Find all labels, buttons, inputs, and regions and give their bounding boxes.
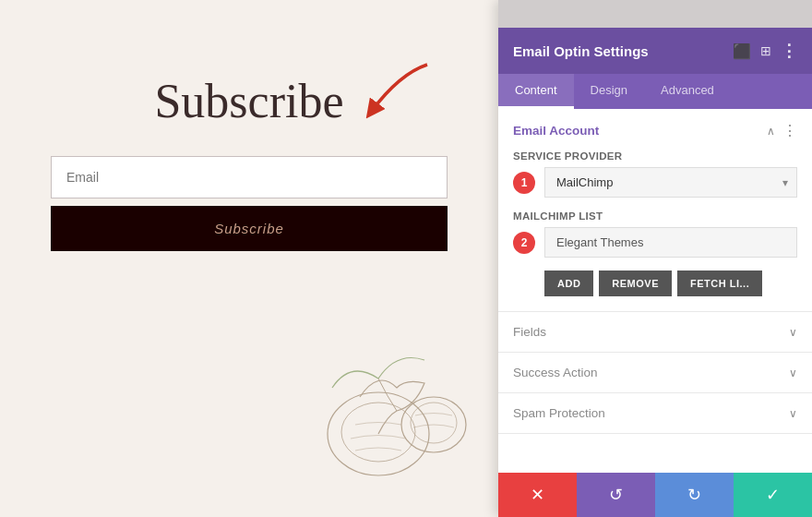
save-button[interactable]: ✓ (734, 473, 812, 517)
settings-header: Email Optin Settings ⬛ ⊞ ⋮ (498, 28, 812, 74)
section-spam-protection-header[interactable]: Spam Protection ∨ (498, 393, 812, 433)
svg-point-4 (411, 403, 457, 443)
section-spam-protection: Spam Protection ∨ (498, 393, 812, 434)
mailchimp-list-row: 2 (513, 227, 797, 258)
tab-advanced[interactable]: Advanced (644, 74, 731, 109)
section-spam-protection-title: Spam Protection (513, 406, 605, 420)
bottom-toolbar: ✕ ↺ ↻ ✓ (498, 473, 812, 517)
content-area: Email Account ∧ ⋮ Service Provider 1 Mai… (498, 109, 812, 473)
more-menu-icon[interactable]: ⋮ (781, 41, 797, 61)
columns-icon[interactable]: ⊞ (760, 43, 771, 58)
right-panel: Email Optin Settings ⬛ ⊞ ⋮ Content Desig… (498, 0, 812, 517)
service-provider-label: Service Provider (513, 150, 797, 162)
chevron-up-icon: ∧ (767, 125, 775, 138)
settings-title: Email Optin Settings (513, 43, 649, 59)
chevron-down-icon-fields: ∨ (789, 326, 797, 339)
subscribe-button[interactable]: Subscribe (51, 206, 448, 251)
add-button[interactable]: ADD (544, 271, 593, 296)
chevron-down-icon-spam: ∨ (789, 407, 797, 420)
subscribe-title: Subscribe (154, 74, 343, 128)
chevron-down-icon-success: ∨ (789, 367, 797, 379)
section-fields-header[interactable]: Fields ∨ (498, 312, 812, 352)
section-success-action: Success Action ∨ (498, 353, 812, 393)
tab-design[interactable]: Design (574, 74, 644, 109)
service-provider-select-wrapper: MailChimp ▾ (544, 167, 797, 198)
section-success-action-header[interactable]: Success Action ∨ (498, 353, 812, 392)
mailchimp-list-input[interactable] (544, 227, 797, 258)
action-buttons-row: ADD REMOVE FETCH LI... (513, 271, 797, 296)
svg-point-2 (341, 403, 415, 462)
header-icons: ⬛ ⊞ ⋮ (733, 41, 797, 61)
settings-panel: Email Optin Settings ⬛ ⊞ ⋮ Content Desig… (498, 28, 812, 517)
section-email-account-header[interactable]: Email Account ∧ ⋮ (498, 109, 812, 139)
top-strip (498, 0, 812, 28)
arrow-indicator (353, 55, 436, 129)
undo-button[interactable]: ↺ (577, 473, 655, 517)
section-success-action-title: Success Action (513, 366, 598, 379)
left-panel: Subscribe Subscribe (0, 0, 498, 517)
email-input[interactable] (51, 156, 448, 198)
email-input-container (51, 156, 448, 198)
section-more-icon[interactable]: ⋮ (782, 122, 797, 139)
redo-button[interactable]: ↻ (655, 473, 734, 517)
service-provider-row: 1 MailChimp ▾ (513, 167, 797, 198)
tabs-bar: Content Design Advanced (498, 74, 812, 109)
step-1-badge: 1 (513, 172, 535, 194)
fullscreen-icon[interactable]: ⬛ (733, 42, 751, 60)
fetch-list-button[interactable]: FETCH LI... (677, 271, 762, 296)
section-fields: Fields ∨ (498, 312, 812, 353)
section-email-account-icons: ∧ ⋮ (767, 122, 797, 139)
decoration-illustration (304, 332, 489, 480)
service-provider-select[interactable]: MailChimp (544, 167, 797, 198)
tab-content[interactable]: Content (498, 74, 574, 109)
close-button[interactable]: ✕ (498, 473, 577, 517)
section-email-account-body: Service Provider 1 MailChimp ▾ MailChimp… (498, 139, 812, 311)
section-email-account: Email Account ∧ ⋮ Service Provider 1 Mai… (498, 109, 812, 312)
remove-button[interactable]: REMOVE (599, 271, 672, 296)
mailchimp-list-label: MailChimp List (513, 210, 797, 222)
section-fields-title: Fields (513, 325, 546, 339)
section-email-account-title: Email Account (513, 124, 599, 138)
step-2-badge: 2 (513, 232, 535, 254)
